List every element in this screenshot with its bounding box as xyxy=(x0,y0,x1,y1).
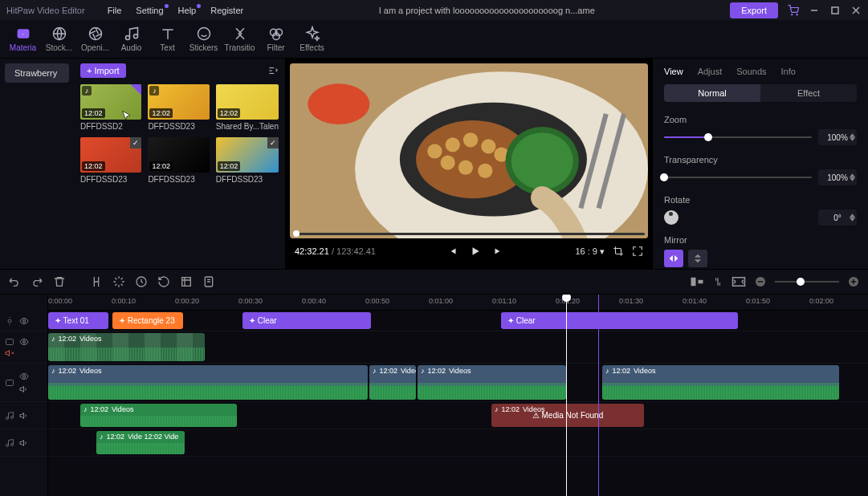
speaker-icon[interactable] xyxy=(19,384,29,394)
close-icon[interactable] xyxy=(850,5,862,16)
media-item[interactable]: ♪12:02DFFDSSD2 xyxy=(80,84,141,131)
tab-view[interactable]: View xyxy=(664,67,683,76)
menu-register[interactable]: Register xyxy=(210,6,243,15)
track-5[interactable]: ♪12:02Vide 12:02 Vide xyxy=(48,429,868,457)
seg-normal[interactable]: Normal xyxy=(664,84,760,102)
rotate-value[interactable]: 0° xyxy=(818,209,857,226)
track-head-3 xyxy=(0,364,47,402)
clip-clear[interactable]: ✦ Clear xyxy=(501,312,738,329)
main-menu: File Setting Help Register xyxy=(108,6,244,15)
split-icon[interactable] xyxy=(90,275,103,288)
zoom-out-icon[interactable] xyxy=(754,275,767,288)
track-4[interactable]: ♪12:02Videos♪12:02Videos⚠ Media Not Foun… xyxy=(48,402,868,429)
eye-icon[interactable] xyxy=(19,316,29,326)
preview-scrubber[interactable] xyxy=(293,233,645,235)
tab-sounds[interactable]: Sounds xyxy=(736,67,766,76)
preview-canvas[interactable] xyxy=(290,63,648,238)
speed-icon[interactable] xyxy=(135,275,148,288)
maximize-icon[interactable] xyxy=(829,5,841,16)
svg-rect-46 xyxy=(853,279,854,285)
tool-media[interactable]: Materia xyxy=(5,22,41,55)
tool-aperture[interactable]: Openi... xyxy=(77,22,113,55)
video-icon[interactable] xyxy=(5,337,14,347)
zoom-in-icon[interactable] xyxy=(847,275,860,288)
tab-info[interactable]: Info xyxy=(781,67,796,76)
media-item[interactable]: ♪12:02DFFDSSD23 xyxy=(148,84,209,131)
fit-icon[interactable] xyxy=(731,276,746,287)
music-icon[interactable] xyxy=(5,438,14,448)
tool-text[interactable]: Text xyxy=(149,22,185,55)
tool-music[interactable]: Audio xyxy=(113,22,149,55)
sort-icon[interactable] xyxy=(267,65,279,76)
speaker-icon[interactable] xyxy=(19,411,29,421)
transparency-value[interactable]: 100% xyxy=(818,169,857,185)
eye-icon[interactable] xyxy=(19,337,29,347)
tool-sparkle[interactable]: Effects xyxy=(294,22,330,55)
track-2[interactable]: ♪12:02Videos xyxy=(48,331,868,364)
crop-icon[interactable] xyxy=(613,246,624,257)
menu-setting[interactable]: Setting xyxy=(136,6,163,15)
marker-icon[interactable] xyxy=(202,275,215,288)
clip-video[interactable]: ♪12:02Videos xyxy=(48,333,205,361)
clip-vidtall[interactable]: ♪12:02Videos xyxy=(602,365,839,400)
media-item[interactable]: 12:02DFFDSSD23 xyxy=(148,137,209,184)
speaker-icon[interactable] xyxy=(19,438,29,448)
fx-icon[interactable] xyxy=(5,316,14,326)
seg-effect[interactable]: Effect xyxy=(760,84,857,102)
clip-clear[interactable]: ✦ Clear xyxy=(242,312,371,329)
category-chip[interactable]: Strawberry xyxy=(5,63,69,83)
rotate-dial[interactable] xyxy=(664,210,679,225)
crop-tl-icon[interactable] xyxy=(180,275,193,288)
media-item[interactable]: ✓12:02DFFDSSD23 xyxy=(80,137,141,184)
eye-icon[interactable] xyxy=(19,372,29,381)
clip-audio[interactable]: ♪12:02Videos xyxy=(80,404,237,427)
minimize-icon[interactable] xyxy=(809,5,820,16)
snap-icon[interactable] xyxy=(112,275,125,288)
reverse-icon[interactable] xyxy=(157,275,170,288)
track-1[interactable]: ✦ Text 01✦ Rectangle 23✦ Clear✦ Clear xyxy=(48,311,868,331)
clip-shape[interactable]: ✦ Rectangle 23 xyxy=(112,312,183,329)
tool-filter[interactable]: Filter xyxy=(258,22,294,55)
clip-text[interactable]: ✦ Text 01 xyxy=(48,312,108,329)
music-icon[interactable] xyxy=(5,411,14,421)
fullscreen-icon[interactable] xyxy=(632,246,643,257)
aspect-ratio[interactable]: 16 : 9 ▾ xyxy=(575,246,605,257)
track-3[interactable]: ♪12:02Videos♪12:02Videos♪12:02Videos♪12:… xyxy=(48,364,868,402)
prev-frame-icon[interactable] xyxy=(447,246,458,257)
clip-vidtall[interactable]: ♪12:02Videos xyxy=(418,365,566,400)
clip-vidtall[interactable]: ♪12:02Videos xyxy=(369,365,416,400)
tool-transition[interactable]: Transitio xyxy=(222,22,258,55)
media-item[interactable]: ✓12:02DFFDSSD23 xyxy=(216,137,279,184)
clip-error[interactable]: ♪12:02Videos⚠ Media Not Found xyxy=(491,404,644,427)
tab-adjust[interactable]: Adjust xyxy=(698,67,723,76)
import-button[interactable]: +Import xyxy=(80,63,126,78)
cart-icon[interactable] xyxy=(788,5,799,16)
mute-icon[interactable] xyxy=(5,348,14,358)
redo-icon[interactable] xyxy=(31,275,43,288)
mirror-horizontal-button[interactable] xyxy=(664,250,683,267)
export-button[interactable]: Export xyxy=(730,2,778,18)
zoom-value[interactable]: 100% xyxy=(818,129,857,145)
next-frame-icon[interactable] xyxy=(492,246,503,257)
play-icon[interactable] xyxy=(470,246,481,257)
track-toggle-2-icon[interactable] xyxy=(712,276,723,287)
titlebar: HitPaw Video Editor File Setting Help Re… xyxy=(0,0,868,20)
tool-globe[interactable]: Stock... xyxy=(41,22,77,55)
delete-icon[interactable] xyxy=(53,275,66,288)
playhead[interactable] xyxy=(566,295,567,496)
menu-help[interactable]: Help xyxy=(178,6,197,15)
undo-icon[interactable] xyxy=(8,275,21,288)
clip-vidtall[interactable]: ♪12:02Videos xyxy=(48,365,368,400)
transparency-slider[interactable] xyxy=(664,177,812,178)
svg-rect-37 xyxy=(699,280,703,284)
tool-smile[interactable]: Stickers xyxy=(185,22,222,55)
mirror-vertical-button[interactable] xyxy=(688,250,707,267)
video-icon[interactable] xyxy=(5,378,14,388)
zoom-slider[interactable] xyxy=(664,136,812,138)
clip-audio[interactable]: ♪12:02Vide 12:02 Vide xyxy=(96,431,185,454)
menu-file[interactable]: File xyxy=(108,6,122,15)
track-toggle-1-icon[interactable] xyxy=(690,276,704,287)
media-item[interactable]: 12:02Shared By...Talen xyxy=(216,84,279,131)
timeline-zoom-slider[interactable] xyxy=(775,281,839,283)
ruler[interactable]: 0:00:000:00:100:00:200:00:300:00:400:00:… xyxy=(48,295,868,311)
